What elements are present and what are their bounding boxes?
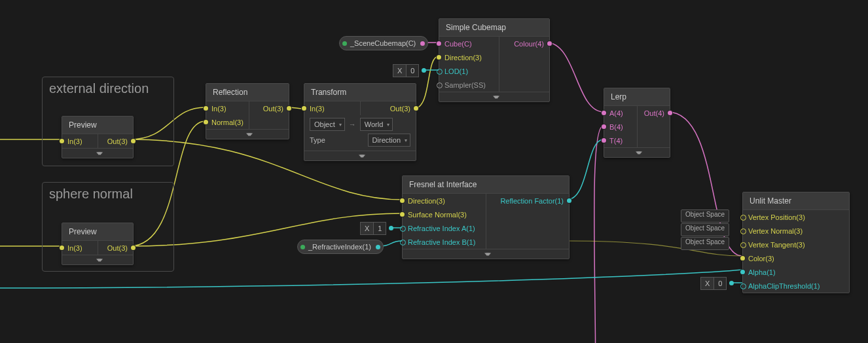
badge-object-space[interactable]: Object Space (681, 223, 729, 236)
inline-refractive-a-value[interactable]: X1 (360, 222, 386, 235)
port-in[interactable]: In(3) (206, 101, 249, 115)
port-a[interactable]: A(4) (604, 106, 637, 120)
port-vertex-tangent[interactable]: Vertex Tangent(3) (743, 238, 849, 251)
node-title: Simple Cubemap (439, 19, 549, 37)
node-preview-external[interactable]: Preview In(3) Out(3) (62, 116, 134, 158)
port-direction[interactable]: Direction(3) (403, 194, 486, 208)
dropdown-from-space[interactable]: Object▾ (310, 118, 345, 131)
property-scene-cubemap[interactable]: _SceneCubemap(C) (339, 36, 428, 50)
inline-lod-value[interactable]: X0 (393, 64, 419, 77)
collapse-toggle[interactable] (62, 148, 133, 158)
node-title: Reflection (206, 84, 289, 101)
collapse-toggle[interactable] (439, 92, 549, 101)
property-refractive-index[interactable]: _RefractiveIndex(1) (297, 240, 384, 254)
node-connections (0, 0, 868, 343)
node-title: Preview (62, 223, 133, 241)
dropdown-type[interactable]: Direction▾ (368, 134, 410, 147)
collapse-toggle[interactable] (604, 147, 670, 157)
node-title: Preview (62, 117, 133, 134)
collapse-toggle[interactable] (403, 249, 569, 259)
port-vertex-normal[interactable]: Vertex Normal(3) (743, 224, 849, 238)
collapse-toggle[interactable] (206, 129, 289, 139)
port-alpha[interactable]: Alpha(1) (743, 265, 849, 279)
port-out[interactable]: Out(3) (361, 101, 416, 115)
port-t[interactable]: T(4) (604, 134, 637, 147)
port-reflection-factor[interactable]: Reflection Factor(1) (486, 194, 570, 208)
port-vertex-position[interactable]: Vertex Position(3) (743, 210, 849, 224)
collapse-toggle[interactable] (304, 151, 416, 160)
node-lerp[interactable]: Lerp A(4) B(4) T(4) Out(4) (604, 88, 670, 158)
exposed-dot-icon (300, 245, 305, 249)
port-refractive-index-a[interactable]: Refractive Index A(1) (403, 221, 486, 235)
badge-object-space[interactable]: Object Space (681, 209, 729, 223)
node-simple-cubemap[interactable]: Simple Cubemap Cube(C) Direction(3) LOD(… (439, 18, 550, 102)
port-sampler[interactable]: Sampler(SS) (439, 78, 499, 92)
port-color[interactable]: Color(3) (743, 251, 849, 265)
port-dot-icon[interactable] (376, 245, 380, 249)
port-dot-icon[interactable] (422, 68, 426, 73)
port-direction[interactable]: Direction(3) (439, 50, 499, 64)
port-out[interactable]: Out(3) (98, 241, 134, 255)
port-refractive-index-b[interactable]: Refractive Index B(1) (403, 235, 486, 249)
node-title: Transform (304, 84, 416, 101)
port-lod[interactable]: LOD(1) (439, 64, 499, 78)
inline-alpha-clip-value[interactable]: X0 (700, 277, 727, 290)
node-title: Unlit Master (743, 192, 849, 210)
port-out[interactable]: Out(3) (249, 101, 289, 115)
port-out[interactable]: Out(3) (98, 134, 134, 148)
port-colour[interactable]: Colour(4) (499, 37, 549, 50)
collapse-toggle[interactable] (62, 255, 133, 264)
node-fresnel[interactable]: Fresnel at Interface Direction(3) Surfac… (402, 175, 570, 259)
port-dot-icon[interactable] (389, 226, 393, 230)
node-title: Fresnel at Interface (403, 176, 569, 194)
port-alpha-clip-threshold[interactable]: AlphaClipThreshold(1) (743, 279, 849, 293)
node-transform[interactable]: Transform In(3) Out(3) Object▾ → World▾ … (304, 83, 416, 161)
node-unlit-master[interactable]: Unlit Master Vertex Position(3) Vertex N… (742, 192, 850, 293)
port-out[interactable]: Out(4) (638, 106, 670, 120)
port-cube[interactable]: Cube(C) (439, 37, 499, 50)
port-surface-normal[interactable]: Surface Normal(3) (403, 208, 486, 221)
node-title: Lerp (604, 88, 670, 106)
badge-object-space[interactable]: Object Space (681, 237, 729, 250)
dropdown-to-space[interactable]: World▾ (360, 118, 393, 131)
arrow-icon: → (349, 120, 356, 128)
port-in[interactable]: In(3) (62, 241, 98, 255)
port-dot-icon[interactable] (729, 281, 734, 285)
port-in[interactable]: In(3) (304, 101, 360, 115)
port-in[interactable]: In(3) (62, 134, 98, 148)
exposed-dot-icon (342, 41, 347, 46)
port-normal[interactable]: Normal(3) (206, 115, 249, 129)
group-title: external direction (43, 77, 173, 103)
node-reflection[interactable]: Reflection In(3) Normal(3) Out(3) (206, 83, 289, 139)
group-title: sphere normal (43, 183, 173, 208)
port-dot-icon[interactable] (420, 41, 425, 46)
node-preview-sphere[interactable]: Preview In(3) Out(3) (62, 223, 134, 265)
type-label: Type (310, 136, 325, 144)
port-b[interactable]: B(4) (604, 120, 637, 134)
